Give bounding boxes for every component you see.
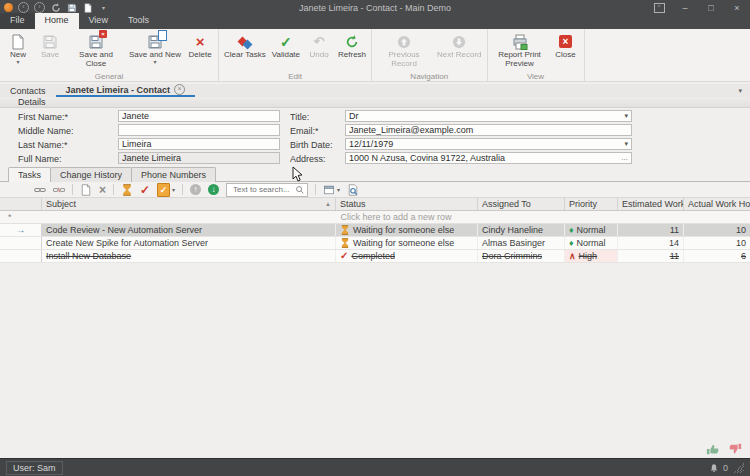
cell-assigned-to[interactable]: Dora Crimmins: [478, 250, 565, 262]
tab-tasks[interactable]: Tasks: [8, 167, 51, 182]
title-dropdown[interactable]: Dr▾: [345, 110, 632, 122]
chevron-down-icon[interactable]: ▾: [624, 139, 628, 149]
header-indicator: [0, 198, 42, 210]
table-row[interactable]: Install New Database ✓Completed Dora Cri…: [0, 250, 750, 263]
save-and-close-button[interactable]: × Save and Close: [66, 30, 126, 68]
qat-customize-icon[interactable]: ▾: [98, 2, 109, 13]
birth-date-field[interactable]: 12/11/1979▾: [345, 138, 632, 150]
minimize-button[interactable]: –: [672, 0, 698, 15]
app-icon[interactable]: [4, 3, 13, 12]
delete-button[interactable]: × Delete: [184, 30, 216, 60]
cell-subject[interactable]: Create New Spike for Automation Server: [42, 237, 336, 249]
tab-phone-numbers[interactable]: Phone Numbers: [131, 167, 216, 182]
new-row-hint[interactable]: Click here to add a new row: [42, 211, 750, 223]
print-preview-icon[interactable]: [347, 183, 359, 196]
tasks-toolbar: × ✓ ✓▾ ↑ ↓ ▾: [0, 182, 750, 198]
sort-ascending-icon: ▲: [325, 198, 331, 210]
back-icon[interactable]: ‹: [18, 2, 29, 13]
resize-grip[interactable]: [734, 463, 744, 473]
cell-subject[interactable]: Install New Database: [42, 250, 336, 262]
first-name-label: First Name:*: [18, 112, 68, 122]
email-field[interactable]: [345, 124, 632, 136]
link-icon[interactable]: [34, 183, 46, 196]
tab-close-icon[interactable]: ×: [174, 84, 185, 95]
forward-icon[interactable]: ›: [34, 2, 45, 13]
header-estimated[interactable]: Estimated Work H...: [618, 198, 684, 210]
tab-change-history[interactable]: Change History: [50, 167, 132, 182]
cell-status[interactable]: ✓Completed: [336, 250, 478, 262]
move-down-icon[interactable]: ↓: [208, 183, 219, 196]
cell-actual[interactable]: 10: [684, 224, 750, 236]
full-name-field[interactable]: [118, 152, 280, 164]
save-and-new-icon: [147, 32, 163, 51]
cell-priority[interactable]: ∧High: [565, 250, 618, 262]
tab-view[interactable]: View: [79, 13, 118, 29]
unlink-icon[interactable]: [53, 183, 65, 196]
refresh-qat-icon[interactable]: [50, 2, 61, 13]
mark-completed-icon[interactable]: ✓: [140, 183, 150, 196]
previous-record-button: Previous Record: [374, 30, 434, 68]
detail-tabs: Tasks Change History Phone Numbers: [8, 167, 750, 182]
search-input[interactable]: [231, 184, 295, 195]
close-view-button[interactable]: × Close: [550, 30, 582, 60]
cell-status[interactable]: Waiting for someone else: [336, 237, 478, 249]
thumbs-up-icon[interactable]: [706, 442, 720, 456]
cell-priority[interactable]: ♦Normal: [565, 237, 618, 249]
save-new-qat-icon[interactable]: [82, 2, 93, 13]
tab-tools[interactable]: Tools: [118, 13, 159, 29]
chevron-down-icon[interactable]: ▾: [624, 111, 628, 121]
table-row[interactable]: → Code Review - New Automation Server Wa…: [0, 224, 750, 237]
address-field[interactable]: 1000 N Azusa, Covina 91722, Australia…: [345, 152, 632, 164]
view-settings-icon[interactable]: ▾: [323, 183, 340, 196]
header-assigned-to[interactable]: Assigned To: [478, 198, 565, 210]
table-row[interactable]: Create New Spike for Automation Server W…: [0, 237, 750, 250]
refresh-button[interactable]: Refresh: [335, 30, 369, 60]
cell-actual[interactable]: 10: [684, 237, 750, 249]
cell-subject[interactable]: Code Review - New Automation Server: [42, 224, 336, 236]
cell-estimated[interactable]: 14: [618, 237, 684, 249]
cell-estimated[interactable]: 11: [618, 224, 684, 236]
defer-task-icon[interactable]: [121, 183, 133, 196]
save-qat-icon[interactable]: [66, 2, 77, 13]
save-and-new-button[interactable]: Save and New ▾: [126, 30, 184, 65]
header-subject[interactable]: Subject▲: [42, 198, 336, 210]
tab-file[interactable]: File: [0, 13, 35, 29]
task-status-icon[interactable]: ✓▾: [157, 183, 175, 196]
new-button[interactable]: New ▾: [2, 30, 34, 65]
ribbon-tab-row: File Home View Tools: [0, 15, 750, 29]
tab-contact-detail[interactable]: Janete Limeira - Contact ×: [56, 84, 196, 97]
close-window-button[interactable]: ×: [724, 0, 750, 15]
clear-tasks-button[interactable]: Clear Tasks: [221, 30, 269, 60]
document-tab-strip: Contacts Janete Limeira - Contact × ▾: [0, 84, 750, 98]
middle-name-field[interactable]: [118, 124, 280, 136]
delete-task-icon[interactable]: ×: [99, 183, 106, 196]
move-up-icon: ↑: [190, 183, 201, 196]
tab-home[interactable]: Home: [35, 13, 79, 29]
notifications-bell-icon[interactable]: [709, 463, 719, 473]
search-icon[interactable]: [295, 185, 305, 195]
cell-assigned-to[interactable]: Almas Basinger: [478, 237, 565, 249]
cell-assigned-to[interactable]: Cindy Haneline: [478, 224, 565, 236]
ellipsis-icon[interactable]: …: [621, 153, 628, 163]
cell-status[interactable]: Waiting for someone else: [336, 224, 478, 236]
report-print-preview-button[interactable]: Report Print Preview: [490, 30, 550, 68]
window-controls: ^ – □ ×: [646, 0, 750, 15]
last-name-field[interactable]: [118, 138, 280, 150]
cell-priority[interactable]: ♦Normal: [565, 224, 618, 236]
ribbon-display-options-icon[interactable]: ^: [646, 0, 672, 15]
new-row[interactable]: * Click here to add a new row: [0, 211, 750, 224]
header-actual[interactable]: Actual Work Hours: [684, 198, 750, 210]
header-estimated-label: Estimated Work H...: [622, 198, 684, 210]
maximize-button[interactable]: □: [698, 0, 724, 15]
tab-scroll-menu-icon[interactable]: ▾: [738, 87, 742, 95]
cell-estimated[interactable]: 11: [618, 250, 684, 262]
header-status[interactable]: Status: [336, 198, 478, 210]
thumbs-down-icon[interactable]: [728, 442, 742, 456]
cell-actual[interactable]: 6: [684, 250, 750, 262]
validate-button[interactable]: ✓ Validate: [269, 30, 303, 60]
first-name-field[interactable]: [118, 110, 280, 122]
header-priority[interactable]: Priority: [565, 198, 618, 210]
tab-contacts[interactable]: Contacts: [0, 84, 56, 97]
group-label-view: View: [488, 72, 584, 81]
new-task-icon[interactable]: [80, 183, 92, 196]
